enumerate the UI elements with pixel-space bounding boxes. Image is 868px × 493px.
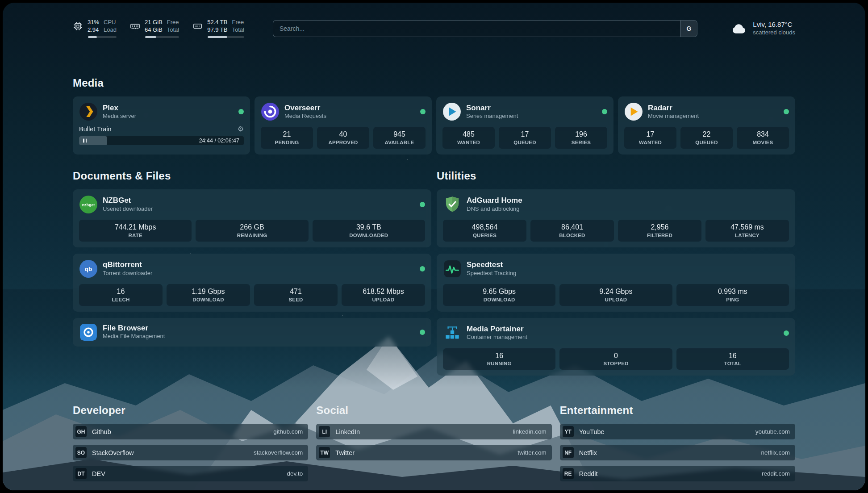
stat-label: PING: [678, 297, 787, 302]
bookmark-linkedin[interactable]: LI LinkedIn linkedin.com: [316, 424, 551, 439]
section-utilities: Utilities AdGuard Ho: [437, 170, 795, 376]
nzbget-icon: nzbget: [79, 195, 98, 214]
plex-icon: [79, 102, 98, 121]
stat-label: DOWNLOAD: [168, 297, 248, 302]
stat-box: 266 GB REMAINING: [196, 220, 308, 242]
section-entertainment: Entertainment YT YouTube youtube.com NF …: [560, 404, 795, 481]
stat-label: SEED: [256, 297, 336, 302]
app-subtitle: Media server: [103, 113, 136, 120]
status-dot: [784, 330, 789, 336]
app-card-filebrowser[interactable]: File Browser Media File Management: [73, 318, 431, 347]
app-name: Sonarr: [466, 104, 518, 113]
app-card-qbittorrent[interactable]: qb qBittorrent Torrent downloader 16: [73, 254, 431, 312]
status-dot: [420, 330, 425, 335]
memory-monitor: 21 GiB 64 GiB Free Total: [130, 19, 179, 38]
memory-progress-fill: [145, 36, 156, 38]
app-card-radarr[interactable]: Radarr Movie management 17 WANTED 22 QUE…: [618, 96, 795, 155]
app-card-nzbget[interactable]: nzbget NZBGet Usenet downloader 744.21 M…: [73, 189, 431, 247]
cpu-percent: 31%: [88, 19, 99, 26]
section-title-documents: Documents & Files: [73, 170, 431, 182]
stat-label: WANTED: [444, 140, 493, 145]
stat-value: 1.19 Gbps: [168, 287, 248, 297]
bookmark-name: Twitter: [335, 449, 355, 456]
app-name: Plex: [103, 104, 136, 113]
status-dot: [420, 266, 425, 272]
stat-box: 618.52 Mbps UPLOAD: [342, 284, 425, 306]
section-media: Media Plex Media server: [73, 77, 795, 155]
disk-icon: [192, 21, 203, 31]
topbar-divider: [73, 48, 795, 48]
bookmark-twitter[interactable]: TW Twitter twitter.com: [316, 445, 551, 460]
twitter-icon: TW: [319, 447, 330, 458]
bookmark-reddit[interactable]: RE Reddit reddit.com: [560, 466, 795, 481]
section-documents: Documents & Files nzbget NZBGet Usenet d…: [73, 170, 431, 347]
stat-label: REMAINING: [197, 233, 306, 238]
section-title-media: Media: [73, 77, 795, 89]
cpu-progress-track: [88, 36, 117, 38]
stat-box: 16 LEECH: [79, 284, 163, 306]
snow-specks: [3, 3, 4, 4]
status-dot: [420, 109, 426, 114]
weather-location: Lviv, 16.87°C: [753, 20, 795, 29]
weather-widget: Lviv, 16.87°C scattered clouds: [730, 20, 795, 36]
bookmark-url: github.com: [273, 428, 303, 435]
bookmark-netflix[interactable]: NF Netflix netflix.com: [560, 445, 795, 460]
stat-label: STOPPED: [561, 361, 670, 366]
gear-icon[interactable]: ⚙: [238, 125, 244, 133]
dashboard-screen: 31% 2.94 CPU Load: [3, 3, 865, 490]
search-input[interactable]: [273, 25, 680, 32]
search-engine-button[interactable]: G: [680, 21, 697, 37]
overseerr-icon: [261, 102, 280, 121]
bookmark-stackoverflow[interactable]: SO StackOverflow stackoverflow.com: [73, 445, 308, 460]
app-card-sonarr[interactable]: Sonarr Series management 485 WANTED 17 Q…: [436, 96, 613, 155]
app-card-speedtest[interactable]: Speedtest Speedtest Tracking 9.65 Gbps D…: [437, 254, 795, 312]
cpu-monitor: 31% 2.94 CPU Load: [73, 19, 117, 38]
bookmark-url: reddit.com: [762, 470, 790, 477]
stat-label: LATENCY: [707, 233, 787, 238]
netflix-icon: NF: [563, 447, 574, 458]
disk-free: 52.4 TB: [207, 19, 227, 26]
stat-label: PENDING: [263, 140, 311, 145]
stat-value: 16: [81, 287, 161, 297]
bookmark-dev[interactable]: DT DEV dev.to: [73, 466, 308, 481]
qbittorrent-icon: qb: [79, 259, 98, 278]
bookmark-name: Github: [92, 428, 111, 435]
stat-value: 498,564: [445, 223, 525, 232]
app-card-portainer[interactable]: Media Portainer Container management 16 …: [437, 318, 795, 376]
stat-box: 485 WANTED: [442, 127, 495, 149]
app-subtitle: Torrent downloader: [103, 270, 152, 277]
playback-progress-bar: 24:44 / 02:06:47: [79, 136, 244, 145]
stat-value: 744.21 Mbps: [81, 223, 190, 232]
stat-label: UPLOAD: [561, 297, 670, 302]
app-name: AdGuard Home: [467, 196, 522, 205]
app-subtitle: Series management: [466, 113, 518, 120]
cpu-progress-fill: [88, 36, 97, 38]
bookmark-url: stackoverflow.com: [254, 449, 303, 456]
stat-box: 0 STOPPED: [559, 348, 672, 370]
weather-condition: scattered clouds: [753, 29, 795, 37]
stat-value: 9.24 Gbps: [561, 287, 670, 297]
app-name: NZBGet: [103, 196, 153, 205]
section-title-social: Social: [316, 404, 551, 417]
memory-label-1: Free: [167, 19, 179, 26]
stackoverflow-icon: SO: [75, 447, 87, 458]
bookmark-youtube[interactable]: YT YouTube youtube.com: [560, 424, 795, 439]
cloud-icon: [730, 21, 747, 36]
bookmark-url: netflix.com: [761, 449, 790, 456]
stat-value: 39.6 TB: [314, 223, 423, 232]
app-card-adguard[interactable]: AdGuard Home DNS and adblocking 498,564 …: [437, 189, 795, 247]
section-title-developer: Developer: [73, 404, 308, 417]
stat-box: 16 RUNNING: [443, 348, 555, 370]
app-card-overseerr[interactable]: Overseerr Media Requests 21 PENDING 40 A…: [255, 96, 432, 155]
stat-box: 40 APPROVED: [317, 127, 369, 149]
stat-value: 196: [557, 130, 605, 139]
disk-total: 97.9 TB: [207, 26, 227, 34]
stat-label: RATE: [81, 233, 190, 238]
stat-value: 16: [445, 351, 554, 361]
app-name: qBittorrent: [103, 260, 152, 269]
stat-value: 834: [739, 130, 787, 139]
bookmark-github[interactable]: GH Github github.com: [73, 424, 308, 439]
app-card-plex[interactable]: Plex Media server Bullet Train ⚙ 24:44 /…: [73, 96, 250, 155]
disk-monitor: 52.4 TB 97.9 TB Free Total: [192, 19, 244, 38]
disk-progress-track: [208, 36, 244, 38]
